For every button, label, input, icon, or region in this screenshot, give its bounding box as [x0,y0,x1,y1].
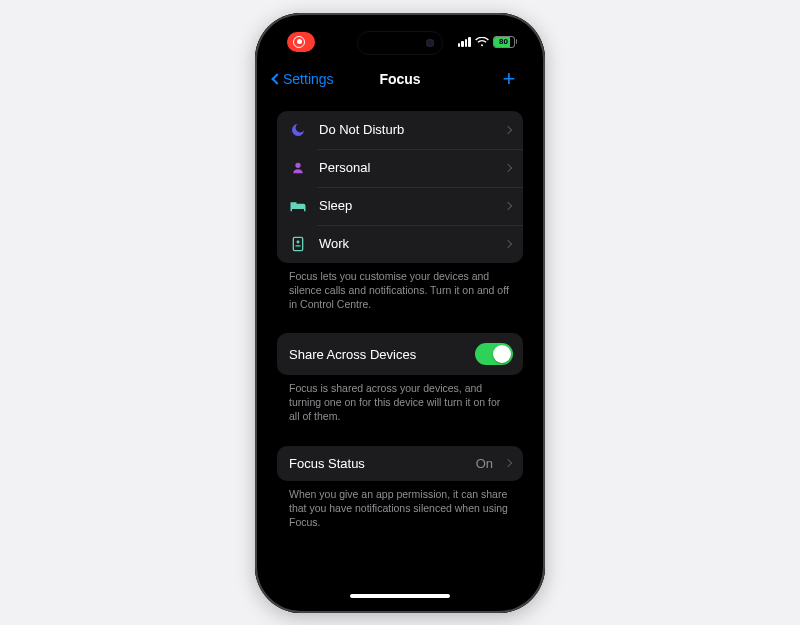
switch-knob [493,345,511,363]
chevron-right-icon [504,239,512,247]
chevron-right-icon [504,163,512,171]
focus-status-value: On [476,456,493,471]
dynamic-island [357,31,443,55]
record-icon [293,36,305,48]
share-group: Share Across Devices [277,333,523,375]
chevron-right-icon [504,125,512,133]
screen: 80 Settings Focus + Do Not Dis [265,23,535,603]
status-right-cluster: 80 [458,36,518,48]
focus-status-group: Focus Status On [277,446,523,481]
focus-mode-label: Personal [319,160,493,175]
phone-frame: 80 Settings Focus + Do Not Dis [255,13,545,613]
person-icon [289,159,307,177]
battery-percent: 80 [499,37,508,46]
chevron-right-icon [504,201,512,209]
focus-mode-do-not-disturb[interactable]: Do Not Disturb [277,111,523,149]
focus-status-row[interactable]: Focus Status On [277,446,523,481]
focus-mode-work[interactable]: Work [277,225,523,263]
add-focus-button[interactable]: + [497,61,521,97]
focus-status-label: Focus Status [289,456,464,471]
home-indicator[interactable] [350,594,450,598]
focus-modes-footer: Focus lets you customise your devices an… [277,263,523,312]
focus-mode-label: Do Not Disturb [319,122,493,137]
focus-mode-sleep[interactable]: Sleep [277,187,523,225]
page-title: Focus [379,71,420,87]
nav-bar: Settings Focus + [265,61,535,97]
focus-modes-group: Do Not Disturb Personal Sleep [277,111,523,263]
focus-mode-label: Work [319,236,493,251]
cellular-signal-icon [458,37,471,47]
focus-status-footer: When you give an app permission, it can … [277,481,523,530]
share-across-devices-row: Share Across Devices [277,333,523,375]
moon-icon [289,121,307,139]
status-bar: 80 [265,23,535,61]
screen-recording-pill[interactable] [287,32,315,52]
chevron-left-icon [271,73,282,84]
badge-icon [289,235,307,253]
svg-rect-2 [295,245,300,246]
share-footer: Focus is shared across your devices, and… [277,375,523,424]
bed-icon [289,197,307,215]
share-label: Share Across Devices [289,347,463,362]
focus-mode-label: Sleep [319,198,493,213]
svg-point-1 [297,240,300,243]
battery-indicator: 80 [493,36,518,48]
content-area: Do Not Disturb Personal Sleep [265,97,535,530]
back-button[interactable]: Settings [273,61,334,97]
share-toggle[interactable] [475,343,513,365]
plus-icon: + [503,66,516,92]
wifi-icon [475,37,489,47]
svg-rect-0 [293,237,302,250]
front-camera-icon [426,39,434,47]
chevron-right-icon [504,459,512,467]
back-label: Settings [283,71,334,87]
focus-mode-personal[interactable]: Personal [277,149,523,187]
